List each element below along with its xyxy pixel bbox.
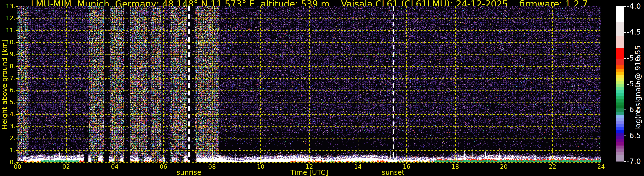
colorbar-segment (616, 108, 624, 111)
colorbar-segment (616, 118, 624, 121)
colorbar-tick-label: -7.0 (627, 157, 641, 166)
gridline-vertical (163, 6, 164, 162)
sunset-line (392, 6, 394, 162)
y-tick-label: 8. (0, 63, 16, 70)
colorbar-segment (616, 136, 624, 139)
gridline-vertical (66, 6, 67, 162)
colorbar-tick-mark (624, 161, 626, 162)
colorbar-segment (616, 142, 624, 145)
y-tick-mark (16, 150, 18, 151)
colorbar-segment (616, 146, 624, 149)
colorbar-segment (616, 152, 624, 155)
gridline-vertical (455, 6, 456, 162)
y-tick-mark (16, 6, 18, 6)
colorbar-tick-label: -6.5 (627, 131, 641, 140)
colorbar-segment (616, 115, 624, 118)
y-tick-label: 3. (0, 123, 16, 130)
plot-area (18, 6, 601, 162)
y-tick-label: 6. (0, 87, 16, 94)
colorbar-segment (616, 127, 624, 130)
colorbar-tick-mark (624, 109, 626, 110)
gridline-vertical (504, 6, 504, 162)
colorbar-segment (616, 84, 624, 87)
sunrise-line (188, 6, 190, 162)
y-tick-label: 9. (0, 51, 16, 58)
x-tick-mark (66, 162, 66, 164)
x-tick-mark (163, 162, 164, 164)
colorbar-segment (616, 69, 624, 72)
ceilometer-quicklook-figure: LMU-MIM, Munich, Germany; 48.148° N 11.5… (0, 0, 644, 176)
colorbar-segment (616, 93, 624, 96)
x-tick-mark (212, 162, 212, 164)
gridline-vertical (114, 6, 115, 162)
y-tick-mark (16, 54, 18, 55)
y-tick-label: 10. (0, 39, 16, 46)
y-tick-mark (16, 18, 18, 18)
colorbar-segment (616, 121, 624, 124)
colorbar-tick-label: -4.0 (627, 2, 641, 10)
gridline-vertical (309, 6, 310, 162)
colorbar-segment (616, 59, 624, 66)
colorbar-segment (616, 133, 624, 136)
colorbar-segment (616, 75, 624, 78)
sunrise-label: sunrise (164, 168, 215, 176)
colorbar-segment (616, 149, 624, 152)
x-tick-mark (504, 162, 504, 164)
colorbar-tick-mark (624, 84, 626, 84)
colorbar-segment (616, 65, 624, 68)
colorbar-segment (616, 6, 624, 22)
x-tick-mark (358, 162, 358, 164)
sunset-label: sunset (368, 168, 419, 176)
x-tick-mark (406, 162, 407, 164)
y-tick-mark (16, 78, 18, 79)
y-tick-label: 13. (0, 3, 16, 10)
y-tick-label: 2. (0, 135, 16, 142)
y-tick-mark (16, 138, 18, 139)
x-tick-mark (601, 162, 601, 164)
y-tick-label: 5. (0, 99, 16, 106)
y-tick-mark (16, 114, 18, 115)
colorbar-segment (616, 99, 624, 102)
colorbar-segment (616, 139, 624, 142)
colorbar-segment (616, 48, 624, 59)
colorbar-tick-mark (624, 32, 626, 33)
colorbar-segment (616, 130, 624, 133)
colorbar-segment (616, 78, 624, 81)
colorbar-segment (616, 81, 624, 84)
colorbar-segment (616, 87, 624, 90)
colorbar-segment (616, 22, 624, 36)
gridline-vertical (260, 6, 261, 162)
x-tick-mark (17, 162, 18, 164)
y-tick-mark (16, 90, 18, 90)
colorbar-segment (616, 105, 624, 108)
x-tick-mark (455, 162, 456, 164)
x-tick-mark (260, 162, 261, 164)
colorbar-segment (616, 124, 624, 127)
y-tick-label: 4. (0, 111, 16, 118)
y-tick-mark (16, 30, 18, 31)
y-tick-mark (16, 42, 18, 43)
colorbar (616, 6, 624, 162)
y-tick-mark (16, 102, 18, 102)
gridline-vertical (358, 6, 358, 162)
colorbar-tick-label: -4.5 (627, 28, 641, 36)
colorbar-segment (616, 72, 624, 75)
colorbar-segment (616, 36, 624, 48)
x-tick-mark (309, 162, 310, 164)
y-tick-label: 12. (0, 15, 16, 22)
gridline-vertical (552, 6, 553, 162)
colorbar-tick-mark (624, 6, 626, 7)
x-tick-mark (114, 162, 115, 164)
y-tick-label: 11. (0, 27, 16, 34)
y-tick-label: 7. (0, 75, 16, 82)
colorbar-tick-mark (624, 136, 626, 136)
colorbar-segment (616, 96, 624, 99)
x-tick-mark (552, 162, 552, 164)
colorbar-segment (616, 90, 624, 93)
gridline-vertical (406, 6, 407, 162)
colorbar-segment (616, 155, 624, 162)
y-tick-mark (16, 126, 18, 127)
y-tick-label: 1. (0, 147, 16, 154)
colorbar-segment (616, 102, 624, 105)
y-tick-mark (16, 66, 18, 67)
